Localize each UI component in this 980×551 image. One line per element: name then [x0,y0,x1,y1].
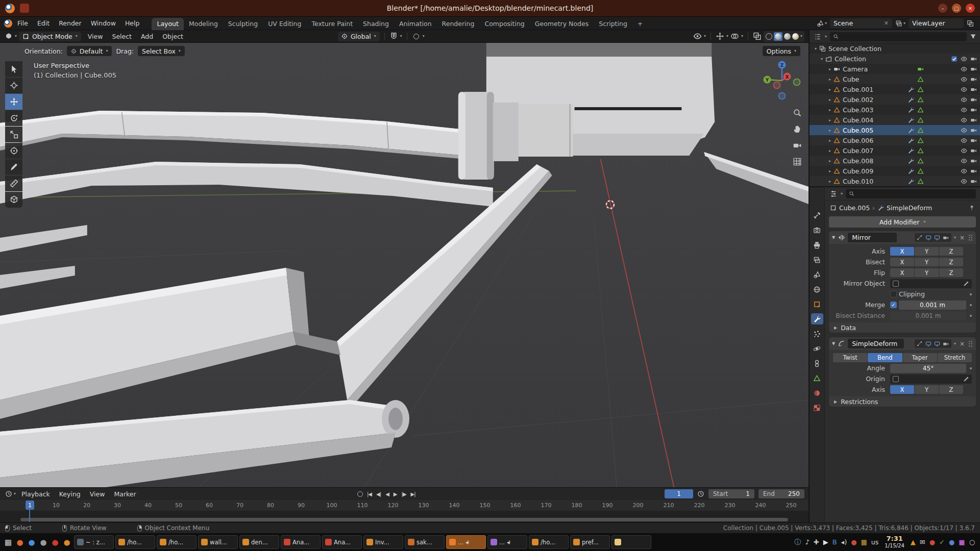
tray-icon[interactable]: ◂) [841,539,847,545]
timeline-scrollbar[interactable] [20,518,788,521]
tool-button[interactable] [5,94,22,110]
render-visibility-icon[interactable] [970,147,977,155]
properties-tab[interactable] [811,328,823,339]
frame-tick[interactable]: 210 [653,502,684,509]
properties-tab[interactable] [811,358,823,369]
outliner-item-label[interactable]: Cube.009 [843,167,873,175]
collection-checkbox[interactable] [950,55,958,63]
disclosure-arrow[interactable]: ▸ [827,87,833,92]
workspace-tab[interactable]: Compositing [479,18,529,30]
minimize-button[interactable]: – [938,4,947,13]
frame-tick[interactable]: 20 [71,502,102,509]
gizmos-caret[interactable]: ▾ [726,34,728,38]
editor-type-icon[interactable] [4,32,13,41]
tray-icon[interactable]: B [832,539,837,545]
launcher-icon[interactable]: ● [62,537,72,547]
properties-tab[interactable] [811,210,823,221]
frame-tick[interactable]: 70 [225,502,255,509]
outliner-item-label[interactable]: Cube.006 [843,137,873,144]
menu[interactable]: Render [54,18,86,28]
launcher-icon[interactable]: ● [27,537,37,547]
zoom-icon[interactable] [793,108,802,117]
navigation-gizmo[interactable]: Z Y X [758,57,805,104]
modifier-wrench-icon[interactable] [907,147,915,155]
realtime-toggle-icon[interactable] [925,340,933,347]
auto-key-record-icon[interactable] [357,491,363,497]
workspace-tab[interactable]: Texture Paint [306,18,358,30]
tray-icon[interactable]: ⓘ [794,539,801,545]
launcher-icon[interactable]: ▦ [3,537,13,547]
modifier-close-icon[interactable]: × [959,340,966,347]
outliner-row[interactable]: ▸ Cube.008 [810,156,980,166]
tray-icon[interactable]: ▲ [911,539,916,545]
tray-icon[interactable]: ● [949,539,954,545]
tool-button[interactable] [5,176,22,191]
modifier-name-field[interactable]: Mirror [848,233,897,242]
snap-caret[interactable]: ▾ [400,34,402,38]
snap-magnet-icon[interactable] [389,32,398,41]
outliner-row[interactable]: ▾ Scene Collection [810,43,980,54]
taskbar-window-button[interactable]: den... ◂) [239,535,279,549]
rendered-shading-icon[interactable] [792,33,799,40]
hide-eye-icon[interactable] [960,96,968,104]
outliner-row[interactable]: ▸ Camera [810,64,980,74]
disclosure-arrow[interactable]: ▾ [819,57,825,61]
outliner-row[interactable]: ▸ Cube.003 [810,105,980,115]
modifier-wrench-icon[interactable] [907,167,915,175]
tray-icon[interactable]: ♪ [805,539,809,545]
workspace-tab[interactable]: Sculpting [223,18,263,30]
3d-scene[interactable] [0,43,808,487]
mesh-data-icon[interactable] [917,127,924,134]
tool-button[interactable] [5,78,22,93]
hide-eye-icon[interactable] [960,86,968,93]
taskbar-window-button[interactable]: pref... ◂) [570,535,610,549]
hide-eye-icon[interactable] [960,127,968,134]
taskbar-window-button[interactable]: Inv... ◂) [363,535,403,549]
taskbar-window-button[interactable]: ... ◂) [446,535,486,549]
frame-tick[interactable]: 190 [592,502,623,509]
mesh-data-icon[interactable] [917,147,924,155]
properties-tab[interactable] [811,254,823,265]
overlays-icon[interactable] [730,32,739,41]
frame-tick[interactable]: 140 [439,502,470,509]
taskbar-window-button[interactable]: ... ◂) [487,535,527,549]
mesh-data-icon[interactable] [917,157,924,165]
viewport-toggle-icon[interactable] [934,340,941,347]
outliner-row[interactable]: ▸ Cube [810,74,980,84]
viewport-toggle-icon[interactable] [934,234,941,241]
outliner-row[interactable]: ▸ Cube.004 [810,115,980,125]
disclosure-arrow[interactable]: ▸ [827,67,833,71]
modifier-close-icon[interactable]: × [959,234,966,241]
keyboard-layout[interactable]: us [871,538,878,546]
filter-funnel-icon[interactable] [970,33,976,40]
modifier-wrench-icon[interactable] [907,157,915,165]
frame-tick[interactable]: 200 [623,502,653,509]
properties-tab[interactable] [811,343,823,354]
properties-tab[interactable] [811,284,823,295]
clock[interactable]: 7:31 1/15/24 [883,535,906,548]
outliner-editor-icon[interactable] [813,32,822,41]
render-visibility-icon[interactable] [970,96,977,104]
tray-icon[interactable]: ● [851,539,856,545]
menu[interactable]: View [85,489,110,499]
add-modifier-button[interactable]: Add Modifier ▾ [829,216,976,228]
properties-editor-caret[interactable]: ▾ [841,192,843,196]
animate-dot[interactable] [970,315,972,317]
frame-tick[interactable]: 230 [715,502,745,509]
outliner-row[interactable]: ▸ Cube.005 [810,125,980,135]
frame-tick[interactable]: 160 [500,502,531,509]
merge-threshold-field[interactable]: 0.001 m [899,300,966,310]
orientation-dropdown[interactable]: Default ▾ [67,46,112,56]
frame-end-field[interactable]: End 250 [758,489,804,498]
mesh-data-icon[interactable] [917,178,924,185]
deform-mode-tab[interactable]: Taper [903,353,937,362]
workspace-tab[interactable]: Scripting [594,18,632,30]
wireframe-shading-icon[interactable] [766,33,772,40]
modifier-wrench-icon[interactable] [907,96,915,104]
pan-hand-icon[interactable] [793,124,802,134]
tool-button[interactable] [5,143,22,159]
mesh-data-icon[interactable] [917,106,924,114]
outliner-item-label[interactable]: Cube.007 [843,147,873,155]
properties-tab[interactable] [811,372,823,384]
frame-tick[interactable]: 250 [776,502,806,509]
